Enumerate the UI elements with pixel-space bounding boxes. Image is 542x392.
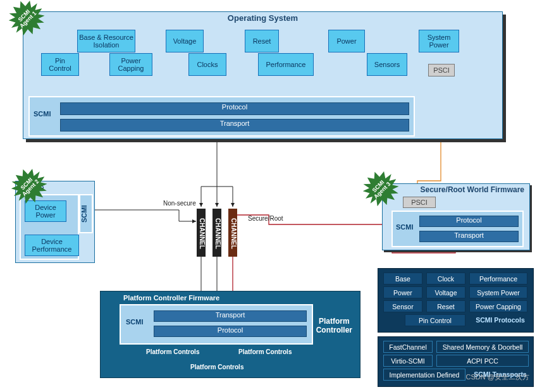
proto-reset: Reset — [426, 300, 465, 312]
platform-controls-right: Platform Controls — [238, 348, 292, 355]
comp-system-power: System Power — [419, 30, 459, 52]
proto-power: Power — [383, 286, 422, 298]
platform-controller-scmi-label: SCMI — [126, 318, 144, 326]
protocols-panel-title: SCMI Protocols — [472, 316, 529, 324]
platform-controller-block: Platform Controller Firmware Platform Co… — [100, 291, 360, 378]
comp-reset: Reset — [245, 30, 279, 52]
proto-cap: Power Capping — [469, 300, 527, 312]
platform-controls-bottom: Platform Controls — [190, 364, 243, 371]
os-protocol-bar: Protocol — [60, 102, 409, 115]
trans-virtio: Virtio-SCMI — [383, 355, 433, 367]
channel-nonsecure-2: CHANNEL — [212, 209, 221, 257]
proto-base: Base — [383, 273, 422, 285]
csdn-watermark: CSDN @安全二次方 — [466, 372, 529, 382]
secure-world-block: Secure/Root World Firmware PSCI SCMI Pro… — [382, 183, 530, 250]
secure-world-scmi-label: SCMI — [396, 223, 414, 231]
os-scmi-label: SCMI — [34, 110, 51, 118]
os-scmi-frame: SCMI Protocol Transport — [28, 96, 415, 137]
secure-world-title: Secure/Root World Firmware — [421, 185, 524, 194]
trans-shared-mem: Shared Memory & Doorbell — [436, 341, 529, 353]
comp-pin-control: Pin Control — [41, 53, 79, 76]
comp-performance: Performance — [258, 53, 314, 76]
proto-syspower: System Power — [469, 286, 527, 298]
platform-controller-label: Platform Controller — [316, 317, 352, 334]
trans-fastchannel: FastChannel — [383, 341, 433, 353]
comp-psci: PSCI — [428, 64, 455, 77]
secure-world-psci: PSCI — [403, 197, 436, 208]
comp-sensors: Sensors — [367, 53, 407, 76]
star-agent-2-label: SCMI Agent 2 — [18, 175, 40, 197]
comp-clocks: Clocks — [188, 53, 226, 76]
secure-world-transport: Transport — [419, 231, 519, 242]
secure-root-label: Secure/Root — [248, 215, 283, 222]
device-subframe: Device Power Device Performance — [20, 194, 79, 260]
trans-acpi-pcc: ACPI PCC — [436, 355, 529, 367]
star-agent-1-label: SCMI Agent 1 — [15, 6, 38, 29]
star-agent-3-label: SCMI Agent 3 — [369, 177, 392, 200]
proto-voltage: Voltage — [426, 286, 465, 298]
comp-power-capping: Power Capping — [109, 53, 152, 76]
trans-impl-def: Implementation Defined — [383, 369, 465, 381]
device-performance-box: Device Performance — [25, 235, 79, 256]
comp-voltage: Voltage — [166, 30, 204, 52]
device-scmi-vert: SCMI — [79, 194, 93, 233]
proto-clock: Clock — [426, 273, 465, 285]
platform-controller-scmi-frame: SCMI Transport Protocol — [120, 304, 313, 345]
platform-controller-protocol: Protocol — [154, 326, 307, 337]
proto-pinctrl: Pin Control — [405, 314, 465, 326]
comp-power: Power — [328, 30, 365, 52]
channel-nonsecure-1: CHANNEL — [197, 209, 206, 257]
scmi-protocols-panel: Base Clock Performance Power Voltage Sys… — [378, 268, 534, 333]
device-power-box: Device Power — [25, 200, 66, 222]
platform-controller-fw-title: Platform Controller Firmware — [123, 294, 219, 302]
secure-world-protocol: Protocol — [419, 216, 519, 227]
os-transport-bar: Transport — [60, 119, 409, 132]
platform-controls-left: Platform Controls — [146, 348, 199, 355]
operating-system-title: Operating System — [23, 13, 502, 23]
platform-controller-transport: Transport — [154, 310, 307, 322]
secure-world-scmi-frame: SCMI Protocol Transport — [391, 211, 524, 247]
non-secure-label: Non-secure — [163, 200, 196, 207]
proto-sensor: Sensor — [383, 300, 422, 312]
operating-system-block: Operating System Base & Resource Isolati… — [23, 11, 503, 139]
channel-secure: CHANNEL — [228, 209, 237, 257]
comp-base-resource-isolation: Base & Resource Isolation — [77, 30, 135, 52]
proto-perf: Performance — [469, 273, 527, 285]
